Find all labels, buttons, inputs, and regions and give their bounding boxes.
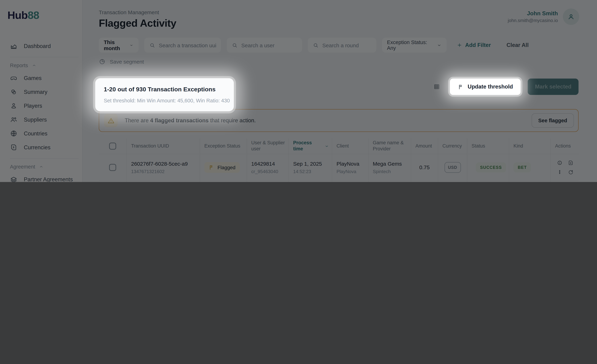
table-header: Transaction UUID Exception Status User &… — [99, 138, 579, 154]
dashboard-icon — [10, 42, 17, 50]
client: PlayNova — [337, 160, 365, 166]
chevron-down-icon — [437, 42, 442, 48]
flagged-alert-banner: There are 4 flagged transactions that re… — [99, 109, 579, 132]
currencies-icon: $ — [10, 144, 17, 151]
sidebar-item-dashboard[interactable]: Dashboard — [0, 39, 82, 53]
column-header-game: Game name & Provider — [368, 138, 411, 154]
chevron-up-icon — [39, 164, 44, 169]
suppliers-icon — [10, 116, 17, 123]
game-name: Mega Gems — [373, 160, 408, 166]
save-segment-button[interactable]: Save segment — [99, 58, 144, 65]
mark-selected-button[interactable]: Mark selected — [528, 79, 579, 95]
search-icon — [149, 42, 155, 48]
supplier-user: cr_95463040 — [251, 169, 286, 174]
search-user-field — [227, 38, 302, 53]
exception-status-dropdown[interactable]: Exception Status: Any — [382, 38, 447, 53]
column-header-exception-status: Exception Status — [200, 138, 247, 154]
sidebar: Hub88 DashboardReportsGamesSummaryPlayer… — [0, 0, 82, 182]
sidebar-item-countries[interactable]: Countries — [0, 127, 82, 140]
search-uuid-input[interactable] — [159, 42, 216, 48]
svg-text:$: $ — [13, 146, 14, 149]
sidebar-section-agreement[interactable]: Agreement — [0, 161, 82, 172]
table-row: Resolved — [99, 180, 579, 182]
table-row: 260276f7-6028-5cec-a9 1347671321602 Flag… — [99, 154, 579, 180]
column-header-client: Client — [332, 138, 368, 154]
avatar[interactable] — [563, 8, 579, 25]
sidebar-item-partner-agreements[interactable]: Partner Agreements — [0, 172, 82, 182]
transaction-ref: 1347671321602 — [131, 169, 197, 174]
sidebar-item-suppliers[interactable]: Suppliers — [0, 113, 82, 127]
clear-all-button[interactable]: Clear All — [507, 42, 529, 48]
game-provider: Spintech — [373, 169, 408, 174]
app-root: Hub88 DashboardReportsGamesSummaryPlayer… — [0, 0, 597, 182]
column-header-user: User & Supplier user — [247, 138, 289, 154]
client-sub: PlayNova — [337, 169, 365, 174]
sidebar-divider — [10, 158, 79, 158]
column-header-amount: Amount — [411, 138, 438, 154]
chevron-down-icon — [130, 42, 134, 48]
status-badge: SUCCESS — [476, 162, 506, 172]
see-flagged-button[interactable]: See flagged — [531, 113, 574, 128]
breadcrumb: Transaction Management — [99, 9, 579, 15]
warning-icon — [107, 117, 115, 124]
tooltip-subtitle: Set threshold: Min Win Amount: 45,600, W… — [104, 98, 225, 103]
sort-desc-icon — [324, 144, 329, 148]
column-settings-icon[interactable] — [433, 84, 440, 90]
search-user-input[interactable] — [241, 42, 297, 48]
search-uuid-field — [144, 38, 221, 53]
table-body: 260276f7-6028-5cec-a9 1347671321602 Flag… — [99, 154, 579, 182]
column-header-process-time[interactable]: Process time — [289, 138, 332, 154]
segment-pie-icon — [99, 58, 106, 65]
hub88-logo: Hub88 — [0, 0, 82, 21]
transactions-table: Transaction UUID Exception Status User &… — [99, 138, 579, 182]
summary-icon — [10, 88, 17, 96]
alert-text: There are 4 flagged transactions that re… — [125, 117, 256, 124]
filter-bar: This month Exception Status: Any — [99, 38, 579, 53]
sidebar-section-reports[interactable]: Reports — [0, 60, 82, 71]
column-header-currency: Currency — [438, 138, 467, 154]
partner-agreements-icon — [10, 176, 17, 182]
process-time: 14:52:23 — [293, 169, 329, 174]
sidebar-item-summary[interactable]: Summary — [0, 85, 82, 99]
plus-icon — [457, 42, 462, 48]
row-checkbox[interactable] — [109, 164, 116, 171]
column-header-kind: Kind — [509, 138, 550, 154]
user-id: 16429814 — [251, 160, 286, 166]
search-icon — [232, 42, 238, 48]
currency-badge: USD — [444, 162, 461, 173]
amount: 0.75 — [419, 164, 430, 170]
copy-details-icon[interactable] — [568, 160, 573, 166]
user-icon — [567, 12, 575, 21]
add-filter-button[interactable]: Add Filter — [457, 42, 491, 48]
transaction-uuid: 260276f7-6028-5cec-a9 — [131, 160, 197, 166]
more-actions-icon[interactable] — [557, 169, 563, 175]
kind-badge: BET — [513, 162, 531, 172]
exception-status-value: Exception Status: Any — [387, 40, 433, 51]
players-icon — [10, 102, 17, 110]
sidebar-nav: DashboardReportsGamesSummaryPlayersSuppl… — [0, 39, 82, 182]
user-name: John Smith — [508, 10, 558, 17]
countries-icon — [10, 130, 17, 137]
search-icon — [313, 42, 319, 48]
games-icon — [10, 74, 17, 82]
page-title: Flagged Activity — [99, 17, 579, 29]
tooltip-title: 1-20 out of 930 Transaction Exceptions — [104, 86, 225, 93]
sidebar-item-players[interactable]: Players — [0, 99, 82, 113]
retry-icon[interactable] — [568, 169, 573, 175]
walkthrough-tooltip: 1-20 out of 930 Transaction Exceptions S… — [95, 78, 234, 111]
info-icon[interactable] — [557, 160, 563, 166]
column-header-status: Status — [467, 138, 509, 154]
search-round-field — [308, 38, 376, 53]
select-all-checkbox[interactable] — [109, 142, 116, 150]
date-range-value: This month — [104, 39, 126, 51]
sidebar-item-games[interactable]: Games — [0, 71, 82, 85]
date-range-dropdown[interactable]: This month — [99, 38, 139, 53]
sidebar-item-currencies[interactable]: $Currencies — [0, 140, 82, 154]
flag-icon — [458, 84, 464, 90]
user-menu[interactable]: John Smith john.smith@mycasino.io — [508, 8, 579, 25]
sidebar-divider — [10, 57, 79, 57]
update-threshold-button[interactable]: Update threshold — [450, 79, 521, 95]
search-round-input[interactable] — [322, 42, 371, 48]
chevron-up-icon — [32, 63, 37, 68]
column-header-actions: Actions — [550, 138, 579, 154]
